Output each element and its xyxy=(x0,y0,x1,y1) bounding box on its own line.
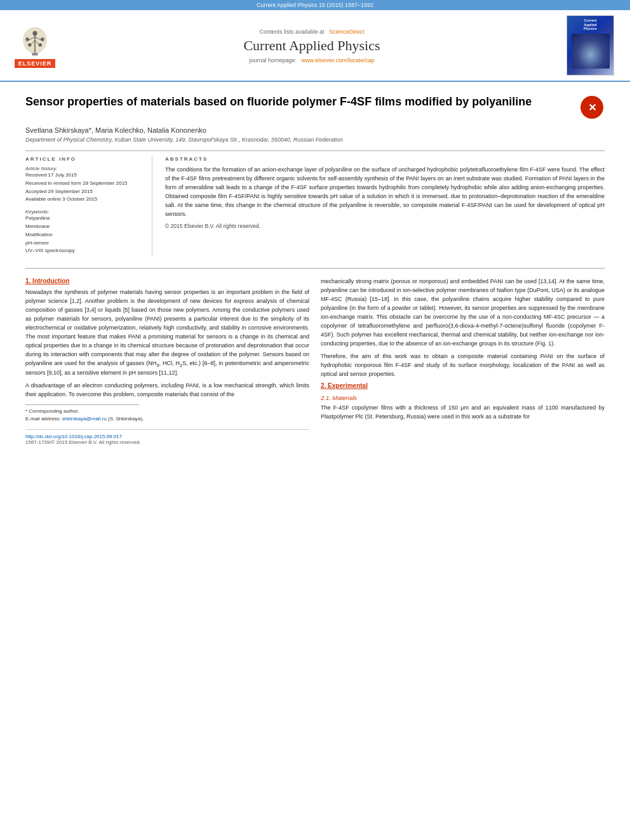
email-note: E-mail address: shkirskaya@mail.ru (S. S… xyxy=(25,415,309,423)
left-column: 1. Introduction Nowadays the synthesis o… xyxy=(25,277,309,445)
homepage-link[interactable]: www.elsevier.com/locate/cap xyxy=(302,57,375,63)
svg-point-11 xyxy=(39,43,43,47)
journal-cover: Current Applied Physics xyxy=(566,15,614,76)
section1-para2: A disadvantage of an electron conducting… xyxy=(25,382,309,399)
crossmark-container: ✕ xyxy=(579,95,605,120)
journal-reference-bar: Current Applied Physics 15 (2015) 1587–1… xyxy=(0,0,630,10)
section2-1-title: 2.1. Materials xyxy=(321,394,605,401)
section2-title: 2. Experimental xyxy=(321,382,605,389)
authors-line: Svetlana Shkirskaya*, Maria Kolechko, Na… xyxy=(25,126,605,134)
elsevier-wordmark: ELSEVIER xyxy=(15,59,56,68)
keyword-polyaniline: Polyaniline xyxy=(25,215,143,223)
article-history-block: Article history: Received 17 July 2015 R… xyxy=(25,166,143,204)
elsevier-tree-icon xyxy=(13,23,57,58)
svg-point-10 xyxy=(28,43,32,47)
elsevier-logo: ELSEVIER xyxy=(13,23,57,68)
journal-title: Current Applied Physics xyxy=(67,37,556,54)
keyword-modification: Modification xyxy=(25,231,143,239)
sciencedirect-link[interactable]: ScienceDirect xyxy=(329,29,365,35)
authors-text: Svetlana Shkirskaya*, Maria Kolechko, Na… xyxy=(25,126,206,134)
section1-right-para1: mechanically strong matrix (porous or no… xyxy=(321,277,605,349)
keywords-block: Keywords: Polyaniline Membrane Modificat… xyxy=(25,209,143,255)
main-body: 1. Introduction Nowadays the synthesis o… xyxy=(25,268,605,445)
article-title: Sensor properties of materials based on … xyxy=(25,95,579,109)
received-date: Received 17 July 2015 Received in revise… xyxy=(25,171,143,204)
svg-point-8 xyxy=(25,37,29,41)
keyword-phsensor: pH-sensor xyxy=(25,239,143,248)
section1-para1: Nowadays the synthesis of polymer materi… xyxy=(25,288,309,378)
section1-title: 1. Introduction xyxy=(25,277,309,284)
abstract-heading: ABSTRACTS xyxy=(165,156,605,162)
sciencedirect-line: Contents lists available at ScienceDirec… xyxy=(67,28,556,35)
email-link[interactable]: shkirskaya@mail.ru xyxy=(62,416,107,422)
bottom-footer: http://dx.doi.org/10.1016/j.cap.2015.09.… xyxy=(25,429,309,445)
abstract-text: The conditions for the formation of an a… xyxy=(165,166,605,219)
cover-image-graphic xyxy=(572,34,610,69)
journal-header-center: Contents lists available at ScienceDirec… xyxy=(67,28,556,63)
footer-issn: 1567-1739/© 2015 Elsevier B.V. All right… xyxy=(25,439,309,445)
journal-header: ELSEVIER Contents lists available at Sci… xyxy=(0,10,630,82)
keyword-membrane: Membrane xyxy=(25,223,143,231)
article-info-heading: ARTICLE INFO xyxy=(25,156,143,162)
section2-1-para1: The F-4SF copolymer films with a thickne… xyxy=(321,404,605,422)
svg-point-7 xyxy=(32,31,37,36)
footnote-divider xyxy=(25,404,139,405)
doi-link[interactable]: http://dx.doi.org/10.1016/j.cap.2015.09.… xyxy=(25,434,122,439)
section1-right-para2: Therefore, the aim of this work was to o… xyxy=(321,352,605,379)
journal-reference-text: Current Applied Physics 15 (2015) 1587–1… xyxy=(257,2,373,8)
paper-content: Sensor properties of materials based on … xyxy=(0,82,630,458)
corresponding-author-note: * Corresponding author. xyxy=(25,408,309,415)
journal-cover-image: Current Applied Physics xyxy=(566,15,617,76)
keyword-uvvis: UV–VIS spectroscopy xyxy=(25,247,143,255)
article-history-label: Article history: xyxy=(25,166,143,171)
right-column: mechanically strong matrix (porous or no… xyxy=(321,277,605,445)
article-title-section: Sensor properties of materials based on … xyxy=(25,95,605,120)
crossmark-icon: ✕ xyxy=(580,96,603,119)
info-abstract-row: ARTICLE INFO Article history: Received 1… xyxy=(25,150,605,255)
abstract-column: ABSTRACTS The conditions for the formati… xyxy=(165,156,605,255)
cover-title: Current Applied Physics xyxy=(584,18,597,31)
svg-point-9 xyxy=(41,37,44,41)
affiliation-line: Department of Physical Chemistry, Kuban … xyxy=(25,137,605,143)
homepage-line: journal homepage: www.elsevier.com/locat… xyxy=(67,57,556,63)
article-info-column: ARTICLE INFO Article history: Received 1… xyxy=(25,156,152,255)
copyright-line: © 2015 Elsevier B.V. All rights reserved… xyxy=(165,223,605,229)
keywords-label: Keywords: xyxy=(25,209,143,215)
